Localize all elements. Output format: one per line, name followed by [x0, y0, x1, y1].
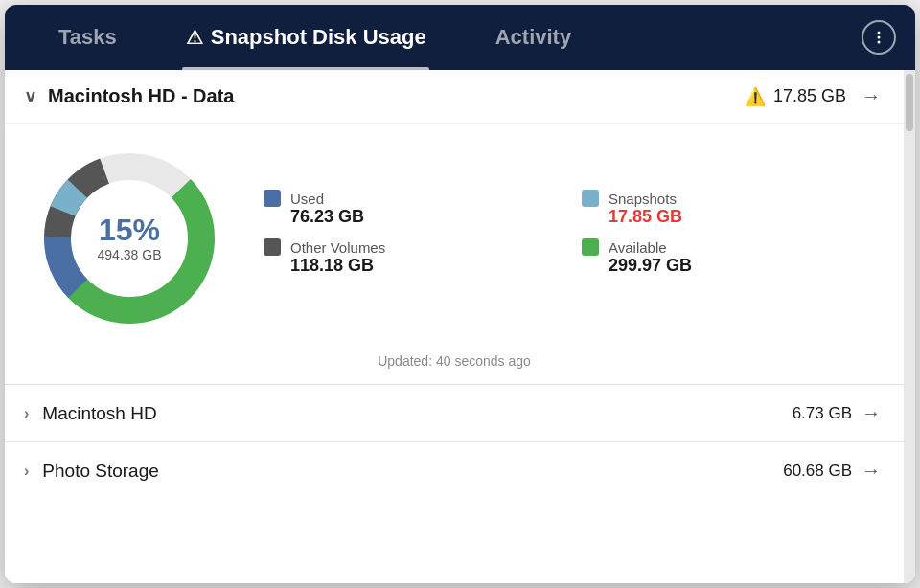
tab-snapshot-label: Snapshot Disk Usage — [211, 25, 426, 50]
legend-snapshots: Snapshots 17.85 GB — [582, 190, 881, 227]
used-dot — [264, 190, 281, 207]
macintosh-hd-row[interactable]: › Macintosh HD 6.73 GB → — [5, 385, 904, 442]
svg-point-1 — [878, 32, 881, 34]
disk-legend: Used 76.23 GB Snapshots 17.85 GB — [225, 190, 881, 287]
updated-text: Updated: 40 seconds ago — [5, 353, 904, 384]
legend-available-row: Available — [582, 238, 881, 256]
main-disk-name: Macintosh HD - Data — [48, 85, 745, 107]
main-disk-header[interactable]: ∨ Macintosh HD - Data ⚠️ 17.85 GB → — [5, 70, 904, 124]
macintosh-hd-arrow[interactable]: → — [862, 402, 881, 424]
donut-total: 494.38 GB — [98, 248, 162, 263]
donut-center: 15% 494.38 GB — [98, 214, 162, 262]
snapshots-value: 17.85 GB — [609, 207, 881, 227]
other-value: 118.18 GB — [290, 256, 563, 276]
content-area: ∨ Macintosh HD - Data ⚠️ 17.85 GB → — [5, 70, 915, 583]
used-value: 76.23 GB — [290, 207, 563, 227]
available-value: 299.97 GB — [609, 256, 881, 276]
available-dot — [582, 238, 599, 256]
snapshot-warning-icon: ⚠ — [186, 26, 203, 49]
chevron-down-icon: ∨ — [24, 86, 36, 107]
macintosh-hd-size: 6.73 GB — [793, 404, 852, 423]
svg-point-2 — [878, 41, 881, 44]
chevron-right-icon-1: › — [24, 405, 29, 422]
tab-snapshot[interactable]: ⚠ Snapshot Disk Usage — [151, 5, 461, 70]
main-content: ∨ Macintosh HD - Data ⚠️ 17.85 GB → — [5, 70, 904, 583]
tab-activity-label: Activity — [495, 25, 571, 50]
app-window: Tasks ⚠ Snapshot Disk Usage Activity — [5, 5, 915, 583]
snapshots-label: Snapshots — [609, 191, 677, 207]
other-label: Other Volumes — [290, 239, 385, 256]
tab-tasks-label: Tasks — [58, 25, 117, 50]
header: Tasks ⚠ Snapshot Disk Usage Activity — [5, 5, 915, 70]
legend-other-row: Other Volumes — [264, 238, 563, 256]
menu-button[interactable] — [862, 20, 896, 55]
photo-storage-size: 60.68 GB — [783, 462, 852, 481]
menu-icon — [870, 29, 887, 46]
scrollbar-thumb[interactable] — [906, 74, 913, 131]
svg-point-0 — [878, 36, 881, 39]
scrollbar-track[interactable] — [904, 70, 915, 583]
nav-tabs: Tasks ⚠ Snapshot Disk Usage Activity — [24, 5, 896, 70]
tab-activity[interactable]: Activity — [461, 5, 606, 70]
photo-storage-row[interactable]: › Photo Storage 60.68 GB → — [5, 442, 904, 499]
donut-chart: 15% 494.38 GB — [34, 143, 225, 334]
tab-tasks[interactable]: Tasks — [24, 5, 151, 70]
chevron-right-icon-2: › — [24, 463, 29, 480]
snapshots-dot — [582, 190, 599, 207]
disk-size-warning: ⚠️ 17.85 GB → — [745, 85, 881, 107]
main-disk-section: ∨ Macintosh HD - Data ⚠️ 17.85 GB → — [5, 70, 904, 385]
main-disk-arrow[interactable]: → — [862, 85, 881, 107]
photo-storage-arrow[interactable]: → — [862, 460, 881, 482]
used-label: Used — [290, 191, 324, 207]
warning-icon: ⚠️ — [745, 86, 766, 107]
other-dot — [264, 238, 281, 256]
available-label: Available — [609, 239, 667, 256]
legend-available: Available 299.97 GB — [582, 238, 881, 276]
donut-percent: 15% — [98, 214, 162, 247]
macintosh-hd-name: Macintosh HD — [42, 403, 792, 424]
main-disk-size: 17.85 GB — [773, 86, 846, 106]
photo-storage-name: Photo Storage — [42, 461, 783, 482]
legend-other: Other Volumes 118.18 GB — [264, 238, 563, 276]
legend-used-row: Used — [264, 190, 563, 207]
disk-detail: 15% 494.38 GB Used 76.23 GB — [5, 124, 904, 353]
legend-snapshots-row: Snapshots — [582, 190, 881, 207]
legend-used: Used 76.23 GB — [264, 190, 563, 227]
